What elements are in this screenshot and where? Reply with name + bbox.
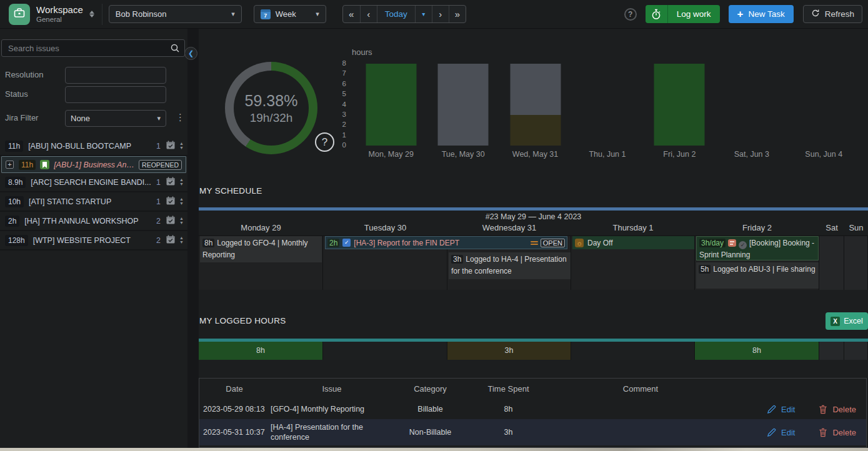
project-name: [WTP] WEBSITE PROJECT	[33, 236, 151, 245]
project-hours-badge: 8.9h	[5, 177, 26, 188]
schedule-cell-saturday[interactable]	[819, 236, 844, 290]
schedule-day-headers: Monday 29 Tuesday 30 Wednesday 31 Thursd…	[199, 223, 868, 235]
worklog-calendar-icon[interactable]	[166, 196, 176, 207]
schedule-event-friday-log[interactable]: 5hLogged to ABU-3 | File sharing	[696, 262, 819, 289]
delete-button[interactable]: Delete	[819, 428, 856, 437]
new-task-label: New Task	[748, 9, 784, 19]
sidebar: Resolution Status Jira Filter None ▾ ⋮ 1…	[0, 29, 187, 451]
help-icon[interactable]: ?	[624, 8, 637, 21]
today-caret-button[interactable]: ▾	[415, 6, 432, 22]
resolution-field[interactable]	[65, 67, 166, 84]
workspace-title: Workspace	[36, 4, 83, 15]
chevron-left-icon: ❮	[188, 49, 194, 57]
hours-chart-ylabel: hours	[352, 47, 372, 57]
x-axis-label: Mon, May 29	[355, 150, 427, 159]
previous-week-button[interactable]: ‹	[360, 6, 377, 22]
sidebar-collapse-button[interactable]: ❮	[184, 47, 197, 60]
bar-column	[716, 64, 787, 146]
time-badge: 8h	[202, 239, 214, 247]
jira-filter-value: None	[71, 114, 152, 123]
project-hours-badge: 10h	[5, 196, 24, 207]
briefcase-icon	[13, 7, 26, 21]
schedule-event-monday-log[interactable]: 8hLogged to GFO-4 | Monthly Reporting	[200, 236, 322, 262]
expanded-issue-row[interactable]: + 11h [ABU-1] Business Analyt... REOPENE…	[1, 156, 186, 173]
schedule-event-wednesday-log[interactable]: 3hLogged to HA-4 | Presentation for the …	[449, 252, 571, 279]
schedule-cell-sunday[interactable]	[844, 236, 868, 290]
worklog-calendar-icon[interactable]	[166, 176, 176, 188]
excel-export-button[interactable]: X Excel	[826, 312, 868, 330]
workspace-logo[interactable]	[9, 4, 30, 25]
excel-label: Excel	[844, 317, 863, 325]
chevron-down-icon: ▾	[316, 10, 319, 18]
schedule-event-ha3-task[interactable]: 2h ✓ [HA-3] Report for the FIN DEPT OPEN	[325, 236, 567, 249]
table-row: 2023-05-29 08:13 [GFO-4] Monthly Reporti…	[199, 399, 866, 419]
day-off-sun-icon: ☼	[575, 239, 584, 247]
resolution-label: Resolution	[5, 70, 43, 79]
sort-arrows-icon[interactable]: ▲▼	[179, 142, 184, 150]
jira-filter-select[interactable]: None ▾	[65, 110, 166, 127]
worklog-calendar-icon[interactable]	[166, 140, 176, 152]
project-row[interactable]: 128h [WTP] WEBSITE PROJECT 2 ▲▼	[0, 231, 187, 250]
schedule-event-day-off[interactable]: ☼ Day Off	[572, 236, 694, 249]
next-week-button[interactable]: ›	[432, 6, 449, 22]
logged-hours-section-title: MY LOGGED HOURS	[199, 316, 286, 325]
delete-label: Delete	[832, 405, 856, 414]
bar-column	[571, 64, 643, 146]
donut-help-icon[interactable]: ?	[315, 132, 334, 152]
user-select[interactable]: Bob Robinson ▾	[109, 5, 242, 23]
logged-hours-segment: 3h	[447, 342, 571, 360]
edit-button[interactable]: Edit	[767, 428, 795, 437]
column-header-category: Category	[394, 384, 466, 394]
refresh-button[interactable]: Refresh	[803, 5, 862, 23]
sort-arrows-icon[interactable]: ▲▼	[179, 217, 184, 225]
status-field[interactable]	[65, 86, 166, 103]
x-axis-label: Sat, Jun 3	[716, 150, 787, 159]
time-badge: 3h	[451, 255, 463, 264]
stopwatch-icon[interactable]	[646, 5, 668, 23]
edit-button[interactable]: Edit	[767, 405, 795, 414]
logged-hours-bar: 8h 3h 8h	[199, 342, 868, 360]
workspace-sort-icon[interactable]	[89, 11, 94, 17]
refresh-icon	[811, 9, 825, 19]
project-row[interactable]: 2h [HA] 7TH ANNUAL WORKSHOP 2 ▲▼	[0, 212, 187, 231]
cell-issue: [GFO-4] Monthly Reporting	[269, 404, 394, 414]
event-text: Logged to ABU-3 | File sharing	[713, 265, 815, 274]
today-button[interactable]: Today	[377, 6, 415, 22]
schedule-event-booking[interactable]: 3h/day✓[Booking] Booking - Sprint Planni…	[696, 236, 819, 260]
last-week-button[interactable]: »	[449, 6, 466, 22]
worklog-calendar-icon[interactable]	[166, 234, 176, 246]
user-select-value: Bob Robinson	[116, 9, 226, 19]
project-hours-badge: 11h	[5, 141, 23, 152]
x-axis-label: Tue, May 30	[427, 150, 499, 159]
table-row: 2023-05-31 10:37 [HA-4] Presentation for…	[199, 419, 866, 445]
project-hours-badge: 2h	[5, 216, 19, 227]
sort-arrows-icon[interactable]: ▲▼	[179, 178, 184, 186]
issue-hours-badge: 11h	[19, 160, 36, 170]
expand-icon[interactable]: +	[6, 161, 14, 169]
logged-hours-segment	[323, 342, 447, 360]
log-work-button[interactable]: Log work	[646, 5, 720, 23]
project-row[interactable]: 10h [ATI] STATIC STARTUP 1 ▲▼	[0, 192, 187, 212]
chevron-down-icon: ▾	[157, 114, 161, 122]
hours-chart-xlabels: Mon, May 29Tue, May 30Wed, May 31Thu, Ju…	[355, 150, 860, 159]
search-input[interactable]	[1, 39, 185, 57]
worklog-calendar-icon[interactable]	[166, 215, 176, 227]
logged-hours-segment	[844, 342, 868, 360]
sort-arrows-icon[interactable]: ▲▼	[179, 197, 184, 206]
sort-arrows-icon[interactable]: ▲▼	[179, 236, 184, 244]
new-task-button[interactable]: + New Task	[729, 5, 794, 23]
project-name: [HA] 7TH ANNUAL WORKSHOP	[24, 217, 151, 226]
kebab-menu-icon[interactable]: ⋮	[176, 112, 185, 123]
bar-column	[427, 64, 499, 146]
schedule-accent-bar	[199, 207, 868, 211]
edit-label: Edit	[781, 405, 795, 414]
day-header: Tuesday 30	[323, 223, 447, 235]
delete-button[interactable]: Delete	[819, 405, 856, 414]
search-icon[interactable]	[170, 43, 180, 55]
project-issue-count: 1	[156, 178, 161, 187]
project-row[interactable]: 11h [ABU] NO-BULL BOOTCAMP 1 ▲▼	[0, 137, 187, 156]
topbar: Workspace General Bob Robinson ▾ 7 Week …	[0, 0, 868, 29]
period-select[interactable]: 7 Week ▾	[254, 5, 326, 23]
project-row[interactable]: 8.9h [ARC] SEARCH ENGINE BANDI... 1 ▲▼	[0, 173, 187, 192]
first-week-button[interactable]: «	[343, 6, 360, 22]
